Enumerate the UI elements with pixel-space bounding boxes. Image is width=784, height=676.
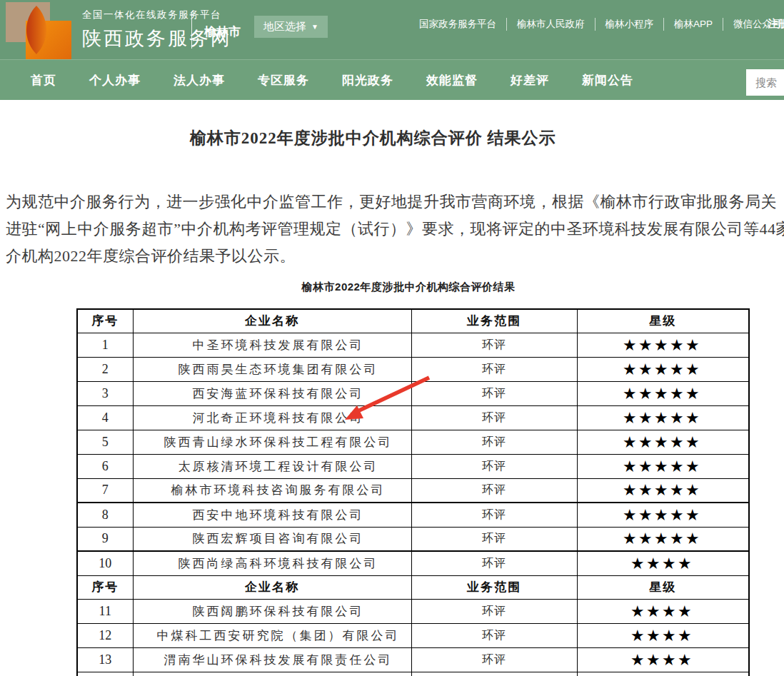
table-row: 3 西安海蓝环保科技有限公司 环评 ★★★★★: [77, 381, 749, 405]
cell-scope: 环评: [411, 430, 577, 454]
star-rating: ★★★★★: [577, 430, 749, 454]
star-rating: ★★★★★: [577, 454, 749, 478]
table-row: 9 陕西宏辉项目咨询有限公司 环评 ★★★★★: [77, 527, 749, 551]
table-caption: 榆林市2022年度涉批中介机构综合评价结果: [0, 280, 784, 294]
top-link[interactable]: 榆林小程序: [595, 18, 664, 31]
table-row: 13 渭南华山环保科技发展有限责任公司 环评 ★★★★: [77, 647, 749, 672]
page: 全国一体化在线政务服务平台 陕西政务服务网 榆林市 地区选择 ▼ 国家政务服务平…: [0, 0, 784, 676]
header-cell-name: 企业名称: [133, 575, 411, 599]
announcement-paragraph: 为规范中介服务行为，进一步强化中介监管工作，更好地提升我市营商环境，根据《榆林市…: [6, 188, 784, 270]
nav-item[interactable]: 专区服务: [241, 72, 326, 89]
nav-item[interactable]: 法人办事: [157, 72, 241, 89]
cell-index: 10: [77, 551, 133, 575]
cell-company: 陕西雨昊生态环境集团有限公司: [133, 357, 411, 381]
nav-item[interactable]: 首页: [14, 72, 73, 89]
table-row: 8 西安中地环境科技有限公司 环评 ★★★★★: [77, 503, 749, 527]
header-cell-stars: 星级: [577, 575, 749, 599]
cell-index: 5: [77, 430, 133, 454]
region-select-label: 地区选择: [263, 20, 306, 34]
cell-company: 渭南华山环保科技发展有限责任公司: [133, 647, 411, 672]
top-link[interactable]: 国家政务服务平台: [409, 18, 506, 31]
cell-index: 4: [77, 405, 133, 430]
platform-tagline: 全国一体化在线政务服务平台: [82, 9, 232, 21]
cell-company: 陕西宏辉项目咨询有限公司: [133, 527, 411, 551]
header-cell-scope: 业务范围: [411, 575, 577, 599]
star-rating: ★★★★★: [577, 405, 749, 430]
nav-item[interactable]: 效能监督: [410, 72, 494, 89]
header-cell-name: 企业名称: [133, 309, 411, 333]
paragraph-line: 介机构2022年度综合评价结果予以公示。: [6, 243, 784, 270]
top-link[interactable]: 榆林市人民政府: [506, 18, 595, 31]
cell-scope: 环评: [411, 503, 577, 527]
site-header: 全国一体化在线政务服务平台 陕西政务服务网 榆林市 地区选择 ▼ 国家政务服务平…: [0, 0, 784, 59]
announcement-document: 榆林市2022年度涉批中介机构综合评价 结果公示 为规范中介服务行为，进一步强化…: [0, 126, 784, 676]
cell-index: 7: [77, 478, 133, 503]
table-header: 序号 企业名称 业务范围 星级: [77, 309, 749, 333]
star-rating: ★★★★★: [577, 503, 749, 527]
header-cell-stars: 星级: [577, 309, 749, 333]
cell-scope: 环评: [411, 551, 577, 575]
star-rating: ★★★★: [577, 551, 749, 575]
paragraph-line: 进驻“网上中介服务超市”中介机构考评管理规定（试行）》要求，现将评定的中圣环境科…: [6, 216, 784, 243]
site-logo: [6, 2, 73, 59]
cell-scope: 环评: [411, 454, 577, 478]
nav-item[interactable]: 好差评: [494, 72, 566, 89]
cell-index: 1: [77, 333, 133, 357]
cell-scope: 环评: [411, 357, 577, 381]
header-cell-scope: 业务范围: [411, 309, 577, 333]
brand-divider: [191, 11, 192, 49]
cell-index: 8: [77, 503, 133, 527]
nav-item[interactable]: 个人办事: [73, 72, 157, 89]
table-row: 6 太原核清环境工程设计有限公司 环评 ★★★★★: [77, 454, 749, 478]
cell-scope: 环评: [411, 527, 577, 551]
cell-company: 陕西青山绿水环保科技工程有限公司: [133, 430, 411, 454]
table-row: 11 陕西阔鹏环保科技有限公司 环评 ★★★★: [77, 599, 749, 623]
search-input[interactable]: [746, 69, 784, 96]
cell-scope: 环评: [411, 478, 577, 503]
cell-index: 3: [77, 381, 133, 405]
cell-index: 12: [77, 623, 133, 647]
cell-index: 6: [77, 454, 133, 478]
table-row: 5 陕西青山绿水环保科技工程有限公司 环评 ★★★★★: [77, 430, 749, 454]
main-nav: 首页 个人办事 法人办事 专区服务 阳光政务 效能监督 好差评 新闻公告: [0, 59, 784, 100]
table-partial-row: [77, 672, 749, 676]
cell-company: 陕西阔鹏环保科技有限公司: [133, 599, 411, 623]
cell-company: 中圣环境科技发展有限公司: [133, 333, 411, 357]
table-row: 4 河北奇正环境科技有限公司 环评 ★★★★★: [77, 405, 749, 430]
star-rating: ★★★★: [577, 599, 749, 623]
table-row: 10 陕西尚绿高科环境科技有限公司 环评 ★★★★: [77, 551, 749, 575]
cell-scope: 环评: [411, 599, 577, 623]
nav-menu: 首页 个人办事 法人办事 专区服务 阳光政务 效能监督 好差评 新闻公告: [0, 60, 784, 100]
cell-company: 西安中地环境科技有限公司: [133, 503, 411, 527]
top-link[interactable]: 榆林APP: [663, 18, 723, 31]
current-city-label: 榆林市: [204, 24, 241, 40]
register-link[interactable]: 注册: [768, 17, 784, 31]
table-body-rows-1-10: 1 中圣环境科技发展有限公司 环评 ★★★★★ 2 陕西雨昊生态环境集团有限公司…: [77, 333, 749, 575]
table-row: 2 陕西雨昊生态环境集团有限公司 环评 ★★★★★: [77, 357, 749, 381]
header-cell-no: 序号: [77, 309, 133, 333]
cell-index: 9: [77, 527, 133, 551]
region-select-button[interactable]: 地区选择 ▼: [254, 16, 328, 38]
header-cell-no: 序号: [77, 575, 133, 599]
table-row: 7 榆林市环境科技咨询服务有限公司 环评 ★★★★★: [77, 478, 749, 503]
cell-scope: 环评: [411, 405, 577, 430]
cell-company: 榆林市环境科技咨询服务有限公司: [133, 478, 411, 503]
cell-index: 11: [77, 599, 133, 623]
star-rating: ★★★★★: [577, 357, 749, 381]
table-row: 1 中圣环境科技发展有限公司 环评 ★★★★★: [77, 333, 749, 357]
cell-company: 太原核清环境工程设计有限公司: [133, 454, 411, 478]
star-rating: ★★★★: [577, 647, 749, 672]
results-table: 序号 企业名称 业务范围 星级 1 中圣环境科技发展有限公司 环评 ★★★★★: [76, 308, 750, 676]
cell-scope: 环评: [411, 647, 577, 672]
cell-company: 河北奇正环境科技有限公司: [133, 405, 411, 430]
cell-index: 13: [77, 647, 133, 672]
cell-index: 2: [77, 357, 133, 381]
cell-company: 中煤科工西安研究院（集团）有限公司: [133, 623, 411, 647]
nav-item[interactable]: 新闻公告: [566, 72, 650, 89]
cell-company: 陕西尚绿高科环境科技有限公司: [133, 551, 411, 575]
caret-down-icon: ▼: [311, 23, 318, 31]
cell-company: 西安海蓝环保科技有限公司: [133, 381, 411, 405]
page-title: 榆林市2022年度涉批中介机构综合评价 结果公示: [0, 126, 745, 151]
nav-item[interactable]: 阳光政务: [326, 72, 410, 89]
top-links: 国家政务服务平台 榆林市人民政府 榆林小程序 榆林APP 微信公众号: [409, 18, 784, 31]
